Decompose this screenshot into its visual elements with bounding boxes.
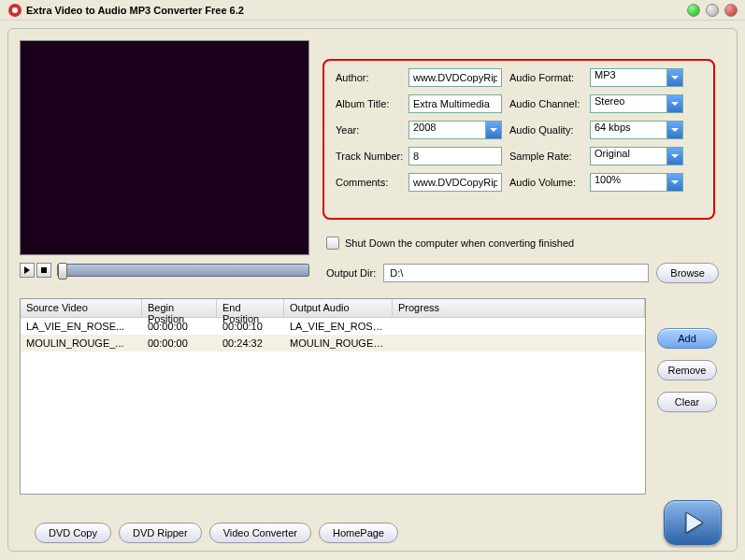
output-field[interactable]: D:\ — [383, 264, 649, 282]
quality-label: Audio Quality: — [509, 124, 582, 136]
format-select[interactable]: MP3 — [590, 68, 683, 87]
app-icon — [7, 3, 22, 18]
output-label: Output Dir: — [326, 267, 376, 279]
homepage-button[interactable]: HomePage — [319, 523, 398, 543]
maximize-button[interactable] — [706, 4, 719, 17]
shutdown-label: Shut Down the computer when converting f… — [345, 237, 574, 249]
browse-button[interactable]: Browse — [656, 263, 719, 283]
output-row: Output Dir: D:\ Browse — [326, 263, 719, 283]
convert-button[interactable] — [664, 500, 722, 545]
bottom-links: DVD Copy DVD Ripper Video Converter Home… — [35, 523, 398, 543]
svg-point-1 — [12, 7, 18, 13]
track-field[interactable] — [408, 147, 502, 165]
th-source[interactable]: Source Video — [21, 299, 142, 317]
svg-marker-4 — [686, 512, 703, 533]
comments-label: Comments: — [336, 177, 401, 188]
channel-select[interactable]: Stereo — [590, 94, 683, 113]
th-output[interactable]: Output Audio — [284, 299, 393, 317]
shutdown-row: Shut Down the computer when converting f… — [326, 237, 574, 250]
dvd-copy-button[interactable]: DVD Copy — [35, 523, 111, 543]
track-label: Track Number: — [336, 151, 401, 162]
minimize-button[interactable] — [687, 4, 700, 17]
file-table: Source Video Begin Position End Position… — [20, 298, 646, 495]
video-preview — [20, 40, 309, 255]
seek-slider[interactable] — [57, 264, 309, 277]
close-button[interactable] — [724, 4, 738, 17]
dvd-ripper-button[interactable]: DVD Ripper — [119, 523, 202, 543]
seek-thumb[interactable] — [58, 263, 67, 280]
playback-controls — [20, 261, 309, 280]
remove-button[interactable]: Remove — [657, 360, 717, 381]
window-title: Extra Video to Audio MP3 Converter Free … — [26, 5, 687, 16]
table-row[interactable]: LA_VIE_EN_ROSE... 00:00:00 00:00:10 LA_V… — [21, 318, 645, 335]
author-field[interactable] — [408, 68, 502, 87]
clear-button[interactable]: Clear — [657, 392, 717, 412]
stop-button[interactable] — [36, 263, 51, 278]
play-button[interactable] — [20, 263, 35, 278]
quality-select[interactable]: 64 kbps — [590, 121, 683, 139]
album-label: Album Title: — [336, 98, 401, 109]
th-begin[interactable]: Begin Position — [142, 299, 217, 317]
comments-field[interactable] — [408, 173, 502, 192]
add-button[interactable]: Add — [657, 328, 717, 349]
volume-label: Audio Volume: — [509, 177, 582, 188]
format-label: Audio Format: — [509, 72, 582, 83]
play-icon — [679, 509, 707, 537]
volume-select[interactable]: 100% — [590, 173, 683, 192]
main-frame: Author: Audio Format: MP3 Album Title: A… — [7, 28, 738, 552]
th-end[interactable]: End Position — [217, 299, 284, 317]
sample-label: Sample Rate: — [509, 151, 582, 162]
window-controls — [687, 4, 738, 17]
metadata-panel: Author: Audio Format: MP3 Album Title: A… — [322, 59, 715, 220]
video-converter-button[interactable]: Video Converter — [209, 523, 311, 543]
author-label: Author: — [336, 72, 401, 83]
th-progress[interactable]: Progress — [393, 299, 645, 317]
channel-label: Audio Channel: — [509, 98, 582, 109]
svg-marker-2 — [24, 266, 30, 274]
shutdown-checkbox[interactable] — [326, 237, 339, 250]
year-label: Year: — [336, 124, 401, 136]
sample-select[interactable]: Original — [590, 147, 683, 165]
svg-rect-3 — [41, 267, 47, 273]
album-field[interactable] — [408, 94, 502, 113]
side-buttons: Add Remove Clear — [657, 328, 717, 412]
titlebar: Extra Video to Audio MP3 Converter Free … — [0, 0, 745, 21]
table-row[interactable]: MOULIN_ROUGE_... 00:00:00 00:24:32 MOULI… — [21, 335, 645, 352]
year-select[interactable]: 2008 — [408, 121, 502, 139]
table-header: Source Video Begin Position End Position… — [21, 299, 645, 318]
